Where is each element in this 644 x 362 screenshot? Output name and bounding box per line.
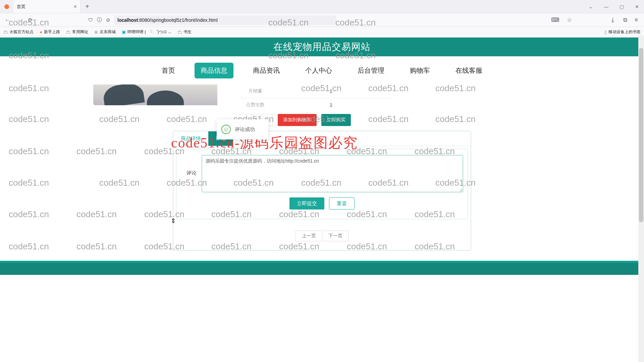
mobile-icon: ▯ (604, 29, 607, 35)
permissions-icon[interactable]: ⊘ (105, 17, 111, 23)
menu-icon[interactable]: ≡ (635, 17, 638, 23)
firefox-icon (0, 0, 13, 13)
url-host: localhost (117, 17, 138, 23)
firefox-icon: ● (40, 29, 42, 35)
folder-icon: 🗀 (3, 29, 8, 35)
bookmarks-bar: 🗀火狐官方站点 ●新手上路 🗀常用网址 ⊕京东商城 ▣哔哩哔哩 ( ゜- ゜)つ… (0, 27, 644, 38)
browser-address-bar: ← → ⟳ 🛡 ⓘ ⊘ localhost:8080/springbootql5… (0, 13, 644, 27)
info-label: 点赞次数 (239, 102, 271, 108)
tab-title: 首页 (17, 4, 25, 10)
nav-cart[interactable]: 购物车 (404, 63, 436, 78)
mobile-bookmarks[interactable]: ▯移动设备上的书签 (604, 29, 641, 35)
info-value: 1 (271, 88, 391, 94)
vertical-scrollbar[interactable] (638, 35, 644, 362)
tabs-dropdown-icon[interactable]: ⌄ (587, 4, 594, 9)
info-row: 点赞次数 1 (239, 98, 391, 111)
info-icon[interactable]: ⓘ (97, 17, 102, 23)
bilibili-icon: ▣ (122, 29, 126, 35)
nav-home[interactable]: 首页 (156, 63, 181, 78)
bookmark-star-icon[interactable]: ☆ (567, 16, 572, 23)
reset-button[interactable]: 重置 (329, 197, 355, 209)
toast-success: ☺ 评论成功 (217, 119, 268, 139)
comment-form: 评论 立即提交 重置 (176, 149, 468, 219)
tab-detail[interactable]: 商品详情 (173, 131, 208, 146)
prev-page-button[interactable]: 上一页 (296, 231, 322, 241)
url-input[interactable]: localhost:8080/springbootql5z1/front/ind… (114, 15, 336, 25)
tab-close-icon[interactable]: × (74, 4, 77, 10)
forward-button[interactable]: → (15, 17, 23, 23)
site-nav: 首页 商品信息 商品资讯 个人中心 后台管理 购物车 在线客服 (0, 56, 644, 84)
nav-profile[interactable]: 个人中心 (299, 63, 338, 78)
product-image (93, 84, 217, 105)
info-row: 月销量 1 (239, 84, 391, 98)
nav-support[interactable]: 在线客服 (449, 63, 488, 78)
site-title: 在线宠物用品交易网站 (0, 38, 644, 56)
comment-textarea[interactable] (202, 155, 463, 192)
pagination: 上一页 下一页 (173, 231, 471, 241)
bookmark-item[interactable]: 🗀常用网址 (66, 29, 88, 35)
buy-now-button[interactable]: 立即购买 (321, 114, 351, 126)
reload-button[interactable]: ⟳ (26, 17, 34, 23)
bookmark-item[interactable]: ●新手上路 (40, 29, 60, 35)
product-section: 月销量 1 点赞次数 1 - + 添加到购物车 立即购买 (0, 84, 644, 127)
bookmark-item[interactable]: 🗀火狐官方站点 (3, 29, 34, 35)
window-close-icon[interactable]: ✕ (633, 4, 641, 9)
page-content: 在线宠物用品交易网站 首页 商品信息 商品资讯 个人中心 后台管理 购物车 在线… (0, 38, 644, 362)
scrollbar-thumb[interactable] (639, 48, 643, 222)
shield-icon[interactable]: 🛡 (88, 17, 93, 23)
downloads-icon[interactable]: ⭳ (610, 17, 616, 23)
globe-icon: ⊕ (94, 29, 98, 35)
window-minimize-icon[interactable]: — (602, 4, 610, 9)
next-page-button[interactable]: 下一页 (322, 231, 349, 241)
comment-label: 评论 (181, 155, 197, 176)
extensions-icon[interactable]: ⧉ (623, 17, 627, 23)
browser-tab-strip: 首页 × + ⌄ — ▢ ✕ (0, 0, 644, 13)
check-circle-icon: ☺ (221, 125, 231, 134)
new-tab-button[interactable]: + (80, 0, 94, 13)
nav-admin[interactable]: 后台管理 (352, 63, 390, 78)
toast-message: 评论成功 (235, 126, 255, 133)
folder-icon: 🗀 (177, 29, 182, 35)
bookmark-item[interactable]: ⊕京东商城 (94, 29, 116, 35)
url-port: :8080 (138, 17, 150, 23)
nav-news[interactable]: 商品资讯 (247, 63, 286, 78)
back-button[interactable]: ← (3, 17, 11, 23)
browser-tab[interactable]: 首页 × (13, 0, 80, 13)
bookmark-item[interactable]: ▣哔哩哔哩 ( ゜- ゜)つロ ... (122, 29, 171, 35)
submit-button[interactable]: 立即提交 (289, 197, 324, 209)
bookmark-item[interactable]: 🗀书生 (177, 29, 192, 35)
info-label: 月销量 (239, 88, 271, 94)
detail-card: 商品详情 评论 评论 立即提交 重置 上一页 下一页 (173, 131, 471, 251)
site-footer (0, 261, 644, 275)
nav-products[interactable]: 商品信息 (195, 63, 233, 78)
info-value: 1 (271, 102, 391, 108)
resize-cursor-icon: ⇕ (171, 217, 176, 225)
window-maximize-icon[interactable]: ▢ (618, 4, 625, 9)
translate-icon[interactable]: ⌨ (551, 16, 559, 23)
add-to-cart-button[interactable]: 添加到购物车 (278, 114, 317, 126)
url-path: /springbootql5z1/front/index.html (150, 17, 218, 23)
folder-icon: 🗀 (66, 29, 70, 35)
